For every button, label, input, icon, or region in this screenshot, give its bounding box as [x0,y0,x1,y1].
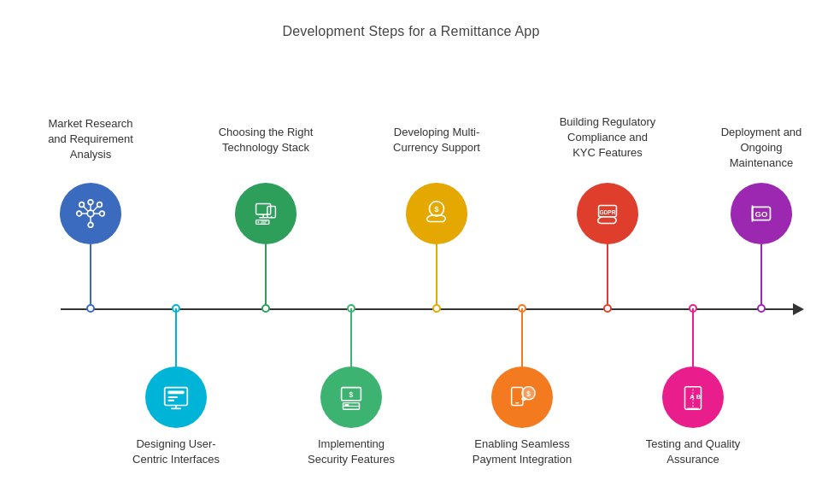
label-2: Designing User-Centric Interfaces [125,437,227,467]
dot-9 [757,304,766,313]
svg-text:$: $ [349,390,354,399]
circle-1 [60,183,121,244]
svg-point-2 [99,211,104,216]
connector-2 [175,308,177,366]
circle-8: A B [662,366,724,428]
connector-7 [607,244,608,304]
circle-5: $ [406,183,467,244]
label-1: Market Research and Requirement Analysis [39,116,142,163]
connector-3 [265,244,267,304]
circle-4: $ [320,366,382,428]
label-8: Testing and Quality Assurance [642,437,744,467]
dot-5 [432,304,441,313]
connector-4 [350,308,352,366]
svg-rect-22 [267,206,276,217]
timeline-container: Market Research and Requirement Analysis… [9,48,813,466]
label-6: Enabling Seamless Payment Integration [471,437,573,467]
svg-point-25 [258,221,260,223]
label-9: Deployment and Ongoing Maintenance [710,125,813,172]
circle-3 [235,183,297,244]
svg-line-11 [83,206,88,211]
svg-point-1 [77,211,82,216]
svg-rect-32 [344,404,349,406]
circle-7: GDPR [577,183,638,244]
connector-1 [90,244,91,304]
svg-point-3 [88,200,93,205]
svg-text:$: $ [434,204,439,214]
label-4: Implementing Security Features [300,437,402,467]
label-5: Developing Multi-Currency Support [385,125,488,155]
circle-9: GO [731,183,792,244]
circle-2 [145,366,207,428]
dot-1 [86,304,95,313]
svg-line-12 [93,206,98,211]
svg-text:A: A [690,393,695,401]
svg-text:GO: GO [755,209,768,219]
label-7: Building Regulatory Compliance and KYC F… [556,114,659,161]
connector-6 [521,308,523,366]
svg-text:$: $ [526,390,531,398]
connector-9 [760,244,762,304]
timeline-line [61,308,796,310]
svg-text:B: B [696,393,702,401]
connector-5 [436,244,437,304]
svg-rect-14 [168,390,185,394]
circle-6: $ [491,366,553,428]
svg-text:GDPR: GDPR [599,209,615,215]
svg-point-0 [87,210,94,217]
svg-rect-13 [165,388,188,406]
svg-rect-15 [168,396,178,398]
svg-rect-19 [256,204,271,214]
connector-8 [692,308,694,366]
dot-7 [603,304,612,313]
svg-point-4 [88,222,93,227]
chart-title: Development Steps for a Remittance App [282,24,539,39]
svg-rect-16 [168,400,175,401]
dot-3 [261,304,270,313]
label-3: Choosing the Right Technology Stack [214,125,317,155]
